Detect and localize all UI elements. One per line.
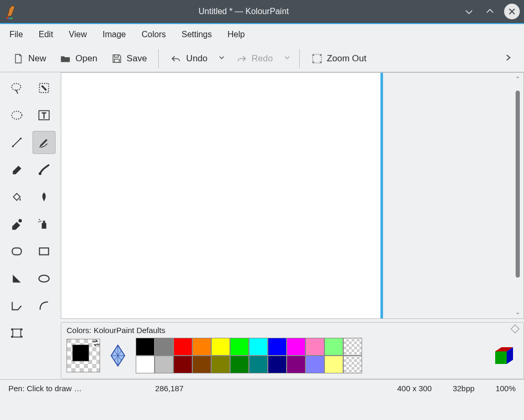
color-swatch[interactable] [343, 338, 362, 356]
svg-rect-23 [11, 328, 13, 330]
color-swatch[interactable] [211, 338, 230, 356]
color-swatch[interactable] [155, 338, 173, 356]
polyline-tool[interactable] [5, 294, 28, 317]
eraser-tool[interactable] [5, 158, 28, 181]
color-swatch[interactable] [192, 338, 211, 356]
new-button[interactable]: New [7, 50, 51, 68]
swap-colors-icon[interactable] [91, 338, 101, 348]
svg-point-6 [12, 83, 20, 90]
color-swatch[interactable] [268, 356, 287, 373]
window-title: Untitled * — KolourPaint [25, 7, 462, 16]
svg-point-18 [38, 222, 39, 223]
undo-icon [170, 53, 182, 64]
scrollbar-thumb[interactable] [516, 91, 520, 278]
color-swatch[interactable] [287, 338, 305, 356]
color-eraser-tool[interactable] [5, 213, 28, 236]
color-cube-icon[interactable] [489, 341, 518, 370]
fg-bg-color-selector[interactable] [67, 339, 100, 372]
pen-tool[interactable] [32, 131, 56, 154]
color-swatch[interactable] [324, 356, 343, 373]
svg-rect-19 [12, 248, 21, 255]
color-swatch[interactable] [324, 338, 343, 356]
undo-button[interactable]: Undo [165, 50, 213, 68]
svg-point-0 [6, 17, 8, 19]
redo-icon [236, 53, 247, 64]
transparent-color-icon[interactable] [108, 343, 127, 368]
toolbar-overflow[interactable] [500, 51, 517, 65]
crop-tool[interactable] [5, 322, 28, 345]
color-swatch[interactable] [192, 356, 211, 373]
menu-view[interactable]: View [69, 30, 86, 39]
tool-palette [0, 72, 61, 379]
ellipse-tool[interactable] [32, 267, 56, 290]
menu-image[interactable]: Image [103, 30, 126, 39]
svg-point-16 [39, 219, 40, 220]
undo-dropdown[interactable] [216, 52, 227, 65]
text-tool[interactable] [32, 104, 56, 127]
color-swatch[interactable] [287, 356, 305, 373]
save-label: Save [127, 53, 147, 64]
toolbar: New Open Save Undo Redo Zoom Out [0, 45, 524, 72]
line-tool[interactable] [5, 131, 28, 154]
status-size: 400 x 300 [397, 384, 432, 393]
color-swatch[interactable] [173, 338, 192, 356]
status-zoom: 100% [496, 384, 516, 393]
rectangle-tool[interactable] [32, 240, 56, 263]
close-button[interactable] [504, 4, 520, 19]
fill-tool[interactable] [5, 185, 28, 208]
maximize-button[interactable] [483, 5, 497, 18]
svg-point-1 [8, 17, 10, 19]
canvas-wrap: ⌃ ⌄ Colors: KolourPaint Defaults [61, 72, 524, 379]
curve-tool[interactable] [32, 294, 56, 317]
brush-tool[interactable] [32, 158, 56, 181]
app-icon [4, 3, 21, 20]
svg-rect-4 [114, 59, 119, 62]
menu-colors[interactable]: Colors [141, 30, 166, 39]
color-swatch[interactable] [136, 356, 155, 373]
color-swatch[interactable] [136, 338, 155, 356]
color-swatch[interactable] [155, 356, 173, 373]
toolbar-separator [299, 49, 300, 68]
zoom-out-label: Zoom Out [327, 53, 367, 64]
scroll-up-icon[interactable]: ⌃ [515, 76, 520, 82]
menu-file[interactable]: File [9, 30, 23, 39]
canvas[interactable] [61, 73, 383, 318]
polygon-tool[interactable] [5, 267, 28, 290]
menu-edit[interactable]: Edit [39, 30, 53, 39]
color-swatch[interactable] [249, 338, 268, 356]
status-bar: Pen: Click to draw … 286,187 400 x 300 3… [0, 379, 524, 397]
vertical-scrollbar[interactable]: ⌃ ⌄ [514, 76, 521, 315]
color-swatch[interactable] [230, 356, 249, 373]
minimize-button[interactable] [462, 5, 476, 18]
rect-select-tool[interactable] [32, 76, 56, 100]
color-swatch[interactable] [343, 356, 362, 373]
color-swatch[interactable] [211, 356, 230, 373]
save-button[interactable]: Save [106, 50, 152, 68]
color-swatch[interactable] [305, 356, 324, 373]
svg-rect-20 [39, 248, 48, 255]
toolbar-separator [158, 49, 159, 68]
color-swatch[interactable] [305, 338, 324, 356]
ellipse-select-tool[interactable] [5, 104, 28, 127]
open-button[interactable]: Open [54, 50, 103, 68]
color-swatch[interactable] [249, 356, 268, 373]
color-swatch[interactable] [230, 338, 249, 356]
menu-help[interactable]: Help [227, 30, 245, 39]
spray-tool[interactable] [32, 213, 56, 236]
new-file-icon [13, 53, 24, 64]
status-depth: 32bpp [453, 384, 475, 393]
foreground-color[interactable] [72, 345, 89, 361]
color-picker-tool[interactable] [32, 185, 56, 208]
zoom-out-button[interactable]: Zoom Out [306, 50, 372, 68]
scroll-down-icon[interactable]: ⌄ [515, 309, 520, 315]
canvas-viewport: ⌃ ⌄ [61, 72, 524, 319]
color-swatch[interactable] [173, 356, 192, 373]
svg-rect-3 [114, 54, 118, 57]
rounded-rect-tool[interactable] [5, 240, 28, 263]
color-swatch[interactable] [268, 338, 287, 356]
title-bar: Untitled * — KolourPaint [0, 0, 524, 23]
svg-point-12 [39, 172, 41, 175]
redo-dropdown[interactable] [281, 52, 293, 65]
menu-settings[interactable]: Settings [181, 30, 212, 39]
free-select-tool[interactable] [5, 76, 28, 100]
